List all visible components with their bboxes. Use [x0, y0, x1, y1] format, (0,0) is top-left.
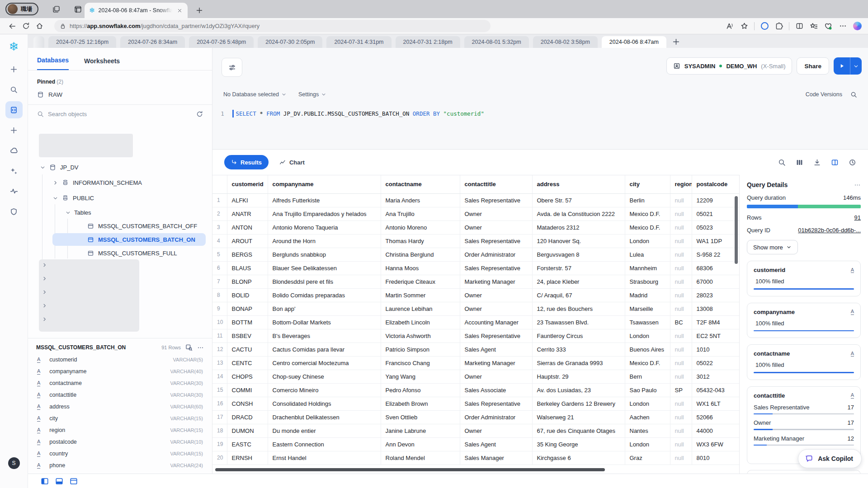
object-search[interactable]: Search objects	[28, 105, 212, 119]
schema-column-row[interactable]: AcustomeridVARCHAR(5)	[28, 354, 212, 366]
split-screen-icon[interactable]	[793, 20, 806, 33]
tree-item-mssql_customers_full[interactable]: MSSQL_CUSTOMERS_FULL	[28, 247, 212, 259]
column-header-postalcode[interactable]: postalcode	[692, 175, 739, 193]
chevron-down-icon[interactable]	[52, 194, 59, 202]
stat-value-row[interactable]: Marketing Manager12	[754, 435, 854, 446]
cloud-icon[interactable]	[5, 142, 23, 159]
worksheet-settings-icon[interactable]	[222, 58, 242, 77]
query-history-icon[interactable]	[849, 159, 856, 166]
table-row[interactable]: 19EASTCEastern ConnectionAnn DevonSales …	[212, 437, 739, 451]
search-results-icon[interactable]	[778, 159, 786, 166]
tree-item-tables[interactable]: Tables	[28, 206, 212, 219]
tab-worksheets[interactable]: Worksheets	[84, 57, 120, 70]
worksheet-tab[interactable]: 2024-07-30 2:05pm	[258, 36, 322, 48]
table-row[interactable]: 4AROUTAround the HornThomas HardySales R…	[212, 234, 739, 248]
copilot-icon[interactable]	[851, 20, 863, 33]
schema-column-row[interactable]: AcontactnameVARCHAR(30)	[28, 377, 212, 389]
table-row[interactable]: 14CHOPSChop-suey ChineseYang WangOwnerHa…	[212, 370, 739, 383]
browser-profile-button[interactable]: 職場	[5, 3, 38, 15]
chevron-down-icon[interactable]	[64, 209, 71, 216]
chevron-right-icon[interactable]	[52, 179, 59, 186]
chevron-right-icon[interactable]	[41, 315, 48, 323]
tree-item-mssql_customers_batch_off[interactable]: MSSQL_CUSTOMERS_BATCH_OFF	[28, 220, 212, 232]
column-header-customerid[interactable]: customerid	[227, 175, 268, 193]
browser-tab[interactable]: ❄ 2024-08-06 8:47am - Snowfla	[85, 3, 188, 18]
table-row[interactable]: 13CENTCCentro comercial MoctezumaFrancis…	[212, 356, 739, 370]
table-row[interactable]: 16CONSHConsolidated HoldingsElizabeth Br…	[212, 397, 739, 410]
table-row[interactable]: 11BSBEVB's BeveragesVictoria AshworthSal…	[212, 329, 739, 343]
schema-column-row[interactable]: ApostalcodeVARCHAR(10)	[28, 436, 212, 448]
share-button[interactable]: Share	[797, 57, 829, 75]
home-icon[interactable]	[33, 19, 46, 33]
role-warehouse-selector[interactable]: SYSADMIN DEMO_WH (X-Small)	[666, 57, 793, 75]
column-stat-card-customerid[interactable]: customeridA100% filled	[747, 261, 861, 296]
column-header-region[interactable]: region	[670, 175, 692, 193]
worksheet-tab[interactable]: 2024-08-02 3:58pm	[533, 36, 598, 48]
rows-count-link[interactable]: 91	[854, 214, 861, 221]
table-row[interactable]: 8BOLIDBolido Comidas preparadasMartin So…	[212, 288, 739, 302]
table-row[interactable]: 2ANATRAna Trujillo Emparedados y helados…	[212, 207, 739, 221]
url-field[interactable]: https://app.snowflake.com/jugdhon/cdata_…	[54, 20, 491, 32]
worksheet-tab[interactable]: 2024-07-25 12:16pm	[48, 36, 116, 48]
columns-icon[interactable]	[796, 159, 803, 166]
table-row[interactable]: 7BLONPBlondesddsl pere et filsFrederique…	[212, 275, 739, 288]
stat-value-row[interactable]: Sales Representative17	[754, 404, 854, 415]
settings-menu[interactable]: Settings	[298, 91, 326, 98]
schema-column-row[interactable]: AregionVARCHAR(15)	[28, 424, 212, 436]
column-header-address[interactable]: address	[532, 175, 625, 193]
new-worksheet-icon[interactable]	[670, 36, 682, 47]
table-menu-icon[interactable]	[197, 344, 204, 351]
schema-column-row[interactable]: AcountryVARCHAR(15)	[28, 448, 212, 460]
read-aloud-icon[interactable]	[723, 20, 736, 33]
horizontal-scrollbar[interactable]	[215, 468, 605, 471]
toggle-left-panel-icon[interactable]	[41, 477, 49, 485]
table-row[interactable]: 18DUMONDu monde entierJanine LabruneOwne…	[212, 424, 739, 437]
tab-close-icon[interactable]	[176, 7, 183, 14]
column-header-contacttitle[interactable]: contacttitle	[460, 175, 532, 193]
chart-tab[interactable]: Chart	[279, 159, 305, 166]
run-options-chevron-icon[interactable]	[850, 57, 862, 75]
editor-search-icon[interactable]	[850, 91, 857, 98]
tree-item-jp_dv[interactable]: JP_DV	[28, 161, 212, 174]
chevron-right-icon[interactable]	[41, 261, 48, 268]
code-versions-link[interactable]: Code Versions	[806, 91, 842, 98]
show-more-button[interactable]: Show more	[747, 240, 798, 254]
preview-data-icon[interactable]	[185, 344, 193, 351]
worksheet-tab[interactable]: 2024-07-31 4:31pm	[326, 36, 391, 48]
toggle-right-panel-icon[interactable]	[70, 477, 78, 485]
browser-essentials-icon[interactable]	[822, 20, 835, 33]
table-row[interactable]: 5BERGSBerglunds snabbkopChristina Berglu…	[212, 248, 739, 261]
schema-column-row[interactable]: AcontacttitleVARCHAR(30)	[28, 389, 212, 401]
activity-icon[interactable]	[5, 183, 23, 200]
vertical-scrollbar[interactable]	[735, 196, 738, 264]
pinned-item-raw[interactable]: RAW	[28, 88, 212, 105]
tab-actions-icon[interactable]	[70, 1, 85, 17]
column-header-city[interactable]: city	[625, 175, 670, 193]
download-icon[interactable]	[813, 159, 821, 166]
query-duration-bar[interactable]	[747, 205, 861, 208]
chevron-right-icon[interactable]	[41, 275, 48, 282]
schema-column-row[interactable]: AcityVARCHAR(15)	[28, 413, 212, 424]
refresh-icon[interactable]	[19, 19, 33, 33]
schema-column-row[interactable]: AaddressVARCHAR(60)	[28, 401, 212, 413]
column-header-companyname[interactable]: companyname	[268, 175, 381, 193]
database-selector[interactable]: No Database selected	[223, 91, 287, 98]
tree-item-information_schema[interactable]: INFORMATION_SCHEMA	[28, 176, 212, 189]
vertical-tabs-icon[interactable]	[48, 1, 64, 17]
worksheet-tab[interactable]: 2024-08-06 8:47am	[602, 36, 666, 48]
table-row[interactable]: 12CACTUCactus Comidas para llevarPatrici…	[212, 343, 739, 356]
table-row[interactable]: 20ERNSHErnst HandelRoland MendelSales Ma…	[212, 451, 739, 465]
extension-icon[interactable]	[773, 20, 785, 33]
chevron-down-icon[interactable]	[39, 164, 46, 171]
query-id-link[interactable]: 01b6282b-0c06-dd6b-...	[798, 227, 861, 234]
table-row[interactable]: 3ANTONAntonio Moreno TaqueriaAntonio Mor…	[212, 221, 739, 234]
back-icon[interactable]	[5, 19, 19, 33]
worksheet-tab[interactable]: 2024-07-26 8:34am	[120, 36, 185, 48]
table-row[interactable]: 6BLAUSBlauer See DelikatessenHanna MoosS…	[212, 261, 739, 275]
user-avatar[interactable]: S	[8, 457, 20, 469]
onepassword-icon[interactable]	[758, 20, 771, 33]
stat-value-row[interactable]: Owner17	[754, 419, 854, 430]
settings-more-icon[interactable]	[836, 20, 849, 33]
refresh-objects-icon[interactable]	[196, 111, 203, 117]
search-icon[interactable]	[5, 81, 23, 98]
